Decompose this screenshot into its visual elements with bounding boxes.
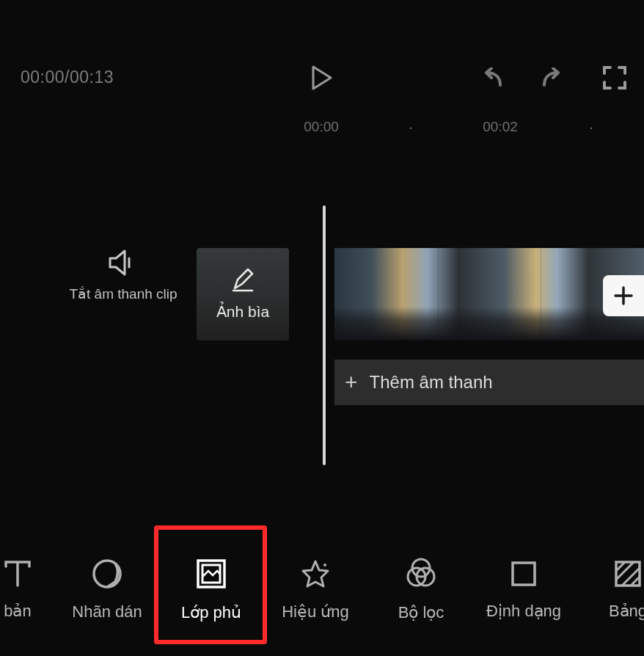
svg-line-16 — [631, 577, 640, 586]
fullscreen-button[interactable] — [600, 63, 629, 92]
tool-table[interactable]: Bảng — [574, 559, 644, 621]
cover-clip-button[interactable]: Ảnh bìa — [197, 248, 289, 340]
star-icon — [300, 558, 331, 589]
mute-clip-label: Tắt âm thanh clip — [65, 285, 182, 304]
svg-rect-12 — [616, 562, 640, 586]
tool-label: Lớp phủ — [181, 603, 241, 622]
playhead[interactable] — [323, 205, 326, 465]
redo-icon — [540, 68, 566, 88]
add-clip-button[interactable] — [603, 275, 644, 316]
undo-button[interactable] — [477, 63, 506, 92]
plus-icon: + — [345, 371, 358, 393]
add-audio-track[interactable]: + Thêm âm thanh — [334, 360, 644, 405]
redo-button[interactable] — [538, 63, 568, 92]
tool-effects[interactable]: Hiệu ứng — [261, 558, 370, 622]
cover-clip-label: Ảnh bìa — [216, 303, 269, 321]
format-icon — [509, 559, 538, 588]
tool-label: bản — [4, 602, 31, 621]
tool-label: Bộ lọc — [398, 603, 444, 622]
ruler-dot: · — [589, 119, 593, 136]
undo-icon — [478, 68, 505, 88]
video-clip[interactable] — [334, 248, 644, 340]
tool-format[interactable]: Định dạng — [469, 559, 578, 621]
tool-label: Bảng — [609, 602, 644, 621]
timeline-ruler: 00:00 · 00:02 · — [0, 119, 644, 138]
ruler-mark: 00:02 — [483, 119, 518, 135]
speaker-icon — [107, 248, 139, 277]
timecode-display: 00:00/00:13 — [21, 68, 114, 87]
overlay-icon — [195, 558, 227, 590]
tool-label: Hiệu ứng — [282, 602, 349, 622]
text-icon — [3, 559, 32, 588]
tool-label: Nhãn dán — [72, 602, 142, 622]
tool-filter[interactable]: Bộ lọc — [367, 558, 475, 622]
plus-icon — [613, 285, 634, 306]
fullscreen-icon — [603, 66, 626, 90]
ruler-dot: · — [409, 119, 413, 136]
tool-overlay[interactable]: Lớp phủ — [157, 558, 266, 622]
play-icon — [311, 65, 333, 90]
play-button[interactable] — [307, 62, 337, 93]
hatch-icon — [613, 559, 643, 588]
add-audio-label: Thêm âm thanh — [370, 372, 493, 393]
tool-label: Định dạng — [486, 602, 561, 621]
edit-icon — [230, 268, 255, 293]
svg-line-15 — [616, 562, 625, 571]
svg-point-7 — [323, 564, 326, 566]
sticker-icon — [92, 558, 122, 589]
bottom-toolbar: bản Nhãn dán Lớp phủ Hiệu ứng Bộ lọc — [0, 546, 644, 634]
mute-clip-button[interactable]: Tắt âm thanh clip — [65, 248, 182, 304]
svg-rect-11 — [513, 563, 535, 585]
filter-icon — [405, 558, 437, 590]
tool-sticker[interactable]: Nhãn dán — [53, 558, 161, 622]
ruler-mark: 00:00 — [304, 119, 339, 135]
